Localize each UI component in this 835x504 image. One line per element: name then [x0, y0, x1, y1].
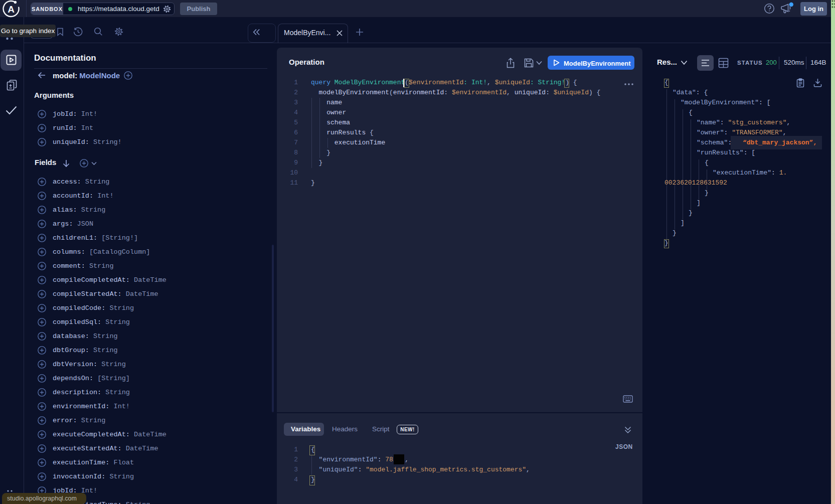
svg-text:A: A: [8, 4, 15, 15]
